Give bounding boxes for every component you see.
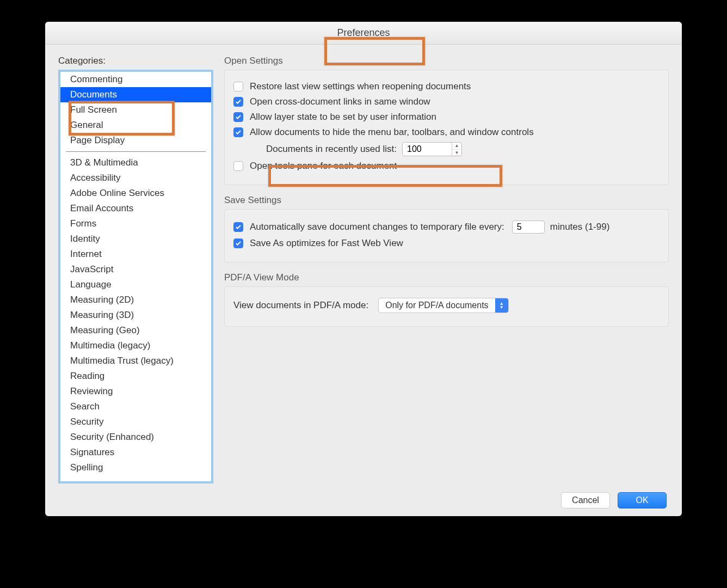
category-commenting[interactable]: Commenting bbox=[60, 72, 211, 87]
pdfa-mode-select[interactable]: Only for PDF/A documents ▲▼ bbox=[378, 298, 508, 313]
category-reviewing[interactable]: Reviewing bbox=[60, 384, 211, 399]
categories-label: Categories: bbox=[58, 56, 213, 66]
category-3d-multimedia[interactable]: 3D & Multimedia bbox=[60, 155, 211, 170]
cancel-button[interactable]: Cancel bbox=[561, 492, 610, 509]
label-pdfa-mode: View documents in PDF/A mode: bbox=[233, 300, 368, 311]
checkbox-fast-web[interactable] bbox=[233, 238, 243, 248]
category-general[interactable]: General bbox=[60, 118, 211, 133]
section-open: Restore last view settings when reopenin… bbox=[224, 70, 669, 185]
checkbox-hide-menu[interactable] bbox=[233, 127, 243, 137]
section-save-title: Save Settings bbox=[224, 195, 669, 206]
recent-docs-input[interactable] bbox=[403, 143, 452, 156]
category-forms[interactable]: Forms bbox=[60, 216, 211, 231]
label-tools-pane: Open tools pane for each document bbox=[250, 161, 397, 171]
label-fast-web: Save As optimizes for Fast Web View bbox=[250, 238, 403, 249]
preferences-window: Preferences Categories: CommentingDocume… bbox=[45, 22, 682, 516]
category-identity[interactable]: Identity bbox=[60, 231, 211, 247]
checkbox-restore-view[interactable] bbox=[233, 82, 243, 91]
category-email-accounts[interactable]: Email Accounts bbox=[60, 201, 211, 216]
stepper-down-icon[interactable]: ▼ bbox=[452, 150, 461, 156]
checkbox-cross-links[interactable] bbox=[233, 97, 243, 107]
categories-list[interactable]: CommentingDocumentsFull ScreenGeneralPag… bbox=[58, 70, 213, 483]
titlebar: Preferences bbox=[45, 22, 682, 45]
label-cross-links: Open cross-document links in same window bbox=[250, 96, 430, 107]
autosave-minutes-input[interactable] bbox=[512, 220, 545, 234]
stepper-up-icon[interactable]: ▲ bbox=[452, 143, 461, 150]
category-multimedia-legacy-[interactable]: Multimedia (legacy) bbox=[60, 338, 211, 353]
category-javascript[interactable]: JavaScript bbox=[60, 262, 211, 277]
category-security-enhanced-[interactable]: Security (Enhanced) bbox=[60, 430, 211, 445]
category-accessibility[interactable]: Accessibility bbox=[60, 170, 211, 186]
label-autosave-suffix: minutes (1-99) bbox=[550, 222, 610, 232]
category-measuring-geo-[interactable]: Measuring (Geo) bbox=[60, 323, 211, 338]
category-documents[interactable]: Documents bbox=[60, 87, 211, 102]
checkbox-tools-pane[interactable] bbox=[233, 161, 243, 171]
label-hide-menu: Allow documents to hide the menu bar, to… bbox=[250, 127, 534, 138]
section-open-title: Open Settings bbox=[224, 56, 669, 66]
category-multimedia-trust-legacy-[interactable]: Multimedia Trust (legacy) bbox=[60, 353, 211, 369]
pdfa-mode-value: Only for PDF/A documents bbox=[379, 301, 495, 310]
category-internet[interactable]: Internet bbox=[60, 247, 211, 262]
label-layer-state: Allow layer state to be set by user info… bbox=[250, 112, 436, 122]
checkbox-layer-state[interactable] bbox=[233, 112, 243, 122]
category-language[interactable]: Language bbox=[60, 277, 211, 292]
category-divider bbox=[66, 151, 206, 152]
label-recent-docs: Documents in recently used list: bbox=[266, 144, 397, 155]
category-signatures[interactable]: Signatures bbox=[60, 445, 211, 460]
label-autosave: Automatically save document changes to t… bbox=[250, 222, 504, 232]
section-pdfa: View documents in PDF/A mode: Only for P… bbox=[224, 286, 669, 327]
recent-docs-stepper[interactable]: ▲ ▼ bbox=[402, 142, 462, 156]
window-title: Preferences bbox=[337, 27, 390, 39]
category-full-screen[interactable]: Full Screen bbox=[60, 102, 211, 118]
category-search[interactable]: Search bbox=[60, 399, 211, 414]
category-page-display[interactable]: Page Display bbox=[60, 133, 211, 148]
category-adobe-online-services[interactable]: Adobe Online Services bbox=[60, 186, 211, 201]
ok-button[interactable]: OK bbox=[618, 492, 667, 509]
section-pdfa-title: PDF/A View Mode bbox=[224, 272, 669, 283]
category-security[interactable]: Security bbox=[60, 414, 211, 430]
category-measuring-2d-[interactable]: Measuring (2D) bbox=[60, 292, 211, 308]
category-spelling[interactable]: Spelling bbox=[60, 460, 211, 475]
category-reading[interactable]: Reading bbox=[60, 369, 211, 384]
label-restore-view: Restore last view settings when reopenin… bbox=[250, 81, 471, 92]
checkbox-autosave[interactable] bbox=[233, 222, 243, 232]
select-arrows-icon: ▲▼ bbox=[495, 298, 508, 313]
category-measuring-3d-[interactable]: Measuring (3D) bbox=[60, 308, 211, 323]
section-save: Automatically save document changes to t… bbox=[224, 209, 669, 262]
